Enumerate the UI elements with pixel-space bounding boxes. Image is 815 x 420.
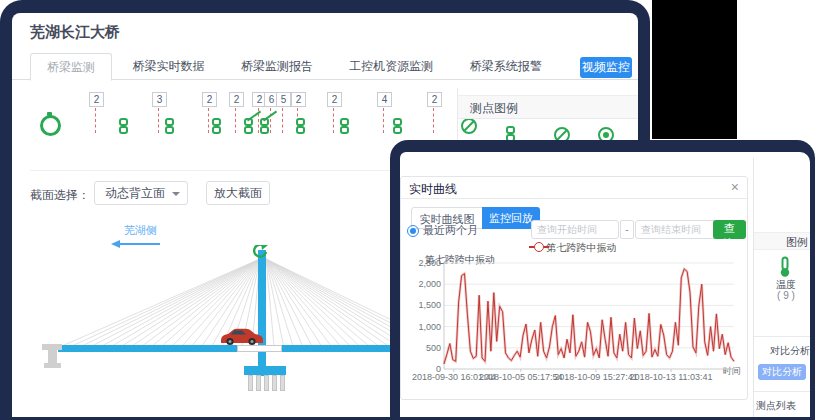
bridge-deck-joint [237,345,282,352]
legend-panel-title: 测点图例 [458,95,638,119]
sensor-marker-line [208,108,209,133]
sensor-count-badge[interactable]: 4 [377,92,392,107]
chain-icon[interactable] [393,118,402,135]
dialog-title: 实时曲线 [409,181,457,198]
sensor-marker-line [235,108,236,133]
sensor-marker-line [333,108,334,133]
y-tick-label: 1,500 [405,300,441,310]
chevron-down-icon [172,192,180,200]
compare-analysis-label: 对比分析 [770,344,810,358]
sensor-count-badge[interactable]: 2 [202,92,217,107]
chain-icon[interactable] [340,118,349,135]
modal-window-content: 图例 温度 ( 9 ) 对比分析 对比分析 测点列表 实时曲线 × 实时曲线图 … [400,152,810,417]
legend-marker-icon [534,242,544,252]
tab-bridge-monitor[interactable]: 桥梁监测 [30,53,112,81]
page-title: 芜湖长江大桥 [30,23,120,42]
sensor-marker-line [95,108,96,133]
realtime-curve-dialog: 实时曲线 × 实时曲线图 监控回放 最近两个月 - 查询 第七跨跨中振动 第七跨… [400,176,748,400]
sensor-count-badge[interactable]: 5 [276,92,291,107]
y-tick-label: 1,000 [405,322,441,332]
divider [754,336,810,337]
section-select[interactable]: 动态背立面 [94,181,188,205]
bridge-cables [12,245,455,377]
y-tick-label: 500 [405,343,441,353]
end-time-input[interactable] [635,220,723,239]
range-separator: - [620,220,634,239]
sensor-marker-line [282,108,283,133]
car [218,327,264,346]
point-list-label: 测点列表 [756,399,796,413]
sensor-marker-line [433,108,434,133]
chart-plot [444,263,736,375]
compare-analysis-button[interactable]: 对比分析 [758,364,806,380]
query-button[interactable]: 查询 [713,220,746,239]
tab-realtime-data[interactable]: 桥梁实时数据 [116,53,220,79]
background-patch [652,0,737,139]
start-time-input[interactable] [531,220,619,239]
chain-icon[interactable] [165,118,174,135]
legend-label: 第七跨跨中振动 [546,242,616,253]
chart-legend[interactable]: 第七跨跨中振动 [401,241,749,253]
bridge-diagram [12,245,455,417]
bridge-deck-left [58,345,237,352]
sensor-count-badge[interactable]: 2 [291,92,306,107]
tab-ipc-resource[interactable]: 工控机资源监测 [333,53,449,79]
sensor-marker-line [270,108,271,133]
modal-window: 图例 温度 ( 9 ) 对比分析 对比分析 测点列表 实时曲线 × 实时曲线图 … [390,140,815,420]
chain-icon[interactable] [212,118,221,135]
sensor-count-badge[interactable]: 2 [89,92,104,107]
sensor-marker-line [383,108,384,133]
back-legend-header: 图例 [754,232,810,250]
divider [753,158,754,417]
tab-monitor-report[interactable]: 桥梁监测报告 [225,53,329,79]
chain-icon[interactable] [119,118,128,135]
radio-last-two-months[interactable] [407,225,419,237]
bridge-tower [258,250,266,376]
sensor-count-badge[interactable]: 2 [427,92,442,107]
y-tick-label: 2,500 [405,258,441,268]
tower-pile-cap [244,366,286,375]
radio-label: 最近两个月 [423,223,478,238]
sensor-marker-line [158,108,159,133]
section-select-value: 动态背立面 [105,186,165,200]
thermometer-icon [778,256,792,278]
temperature-count: ( 9 ) [762,290,810,301]
anemometer-icon[interactable] [248,245,270,261]
enlarge-section-button[interactable]: 放大截面 [206,181,270,205]
sensor-count-badge[interactable]: 2 [327,92,342,107]
video-monitor-button[interactable]: 视频监控 [580,57,632,78]
tab-system-alarm[interactable]: 桥梁系统报警 [454,53,558,79]
y-tick-label: 2,000 [405,279,441,289]
section-select-label: 截面选择： [30,183,90,207]
dialog-header: 实时曲线 × [401,177,747,199]
chain-icon[interactable] [296,118,305,135]
close-icon[interactable]: × [731,179,739,195]
divider [754,391,810,392]
left-pier [44,363,61,368]
sensor-count-badge[interactable]: 2 [229,92,244,107]
sensor-count-badge[interactable]: 3 [152,92,167,107]
stopwatch-icon[interactable] [40,115,61,136]
bridge-side-label: 芜湖侧 [124,223,157,238]
main-tab-bar: 桥梁监测 桥梁实时数据 桥梁监测报告 工控机资源监测 桥梁系统报警 [12,53,638,80]
